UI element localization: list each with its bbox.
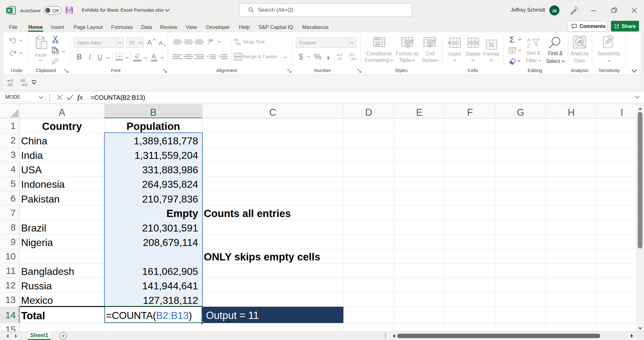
- svg-text:A: A: [527, 37, 531, 43]
- svg-text:ab: ab: [208, 38, 212, 42]
- svg-text:Z: Z: [527, 43, 530, 48]
- svg-text:.00: .00: [336, 57, 342, 61]
- svg-text:.00: .00: [348, 53, 354, 57]
- svg-text:ab: ab: [234, 38, 238, 42]
- svg-text:.00: .00: [7, 82, 13, 87]
- svg-text:.00: .00: [19, 79, 25, 83]
- svg-text:0: 0: [25, 82, 27, 87]
- svg-text:0: 0: [354, 57, 356, 61]
